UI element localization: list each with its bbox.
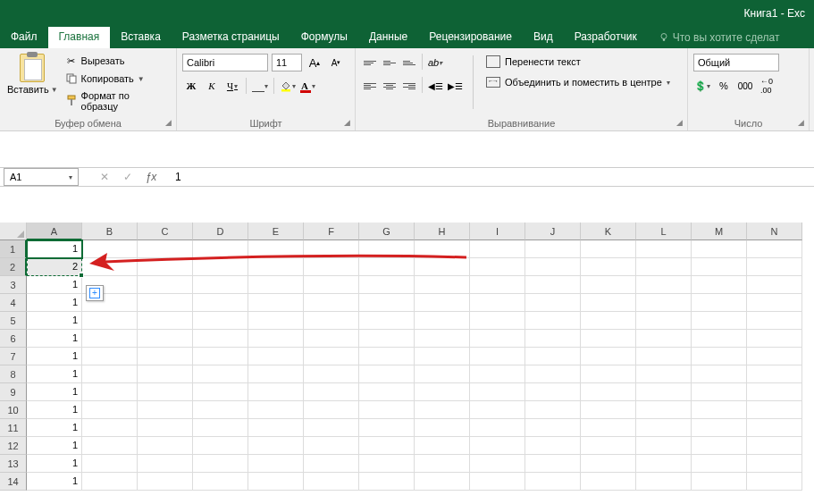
column-header-D[interactable]: D [193,223,248,240]
cell-C8[interactable] [138,365,193,383]
cell-J13[interactable] [525,455,581,473]
cell-N3[interactable] [747,276,802,294]
cell-K4[interactable] [581,294,636,312]
column-header-E[interactable]: E [248,223,304,240]
cell-F1[interactable] [304,240,359,258]
row-header-10[interactable]: 10 [0,401,27,419]
cell-L7[interactable] [636,348,692,365]
cell-E3[interactable] [248,276,304,294]
cell-L12[interactable] [636,437,692,455]
cell-E5[interactable] [248,312,304,330]
cell-D11[interactable] [193,419,248,437]
percent-button[interactable]: % [715,77,733,95]
bold-button[interactable]: Ж [182,77,200,95]
cell-C14[interactable] [138,473,193,491]
cell-F8[interactable] [304,365,359,383]
column-header-H[interactable]: H [415,223,470,240]
cell-N11[interactable] [747,419,802,437]
cell-I10[interactable] [470,401,525,419]
cell-M10[interactable] [692,401,747,419]
cell-G5[interactable] [359,312,415,330]
cell-N1[interactable] [747,240,802,258]
column-header-M[interactable]: M [692,223,747,240]
cell-G1[interactable] [359,240,415,258]
cell-M1[interactable] [692,240,747,258]
cell-M2[interactable] [692,258,747,276]
cell-E6[interactable] [248,330,304,348]
column-header-A[interactable]: A [27,223,82,240]
tab-data[interactable]: Данные [358,27,418,48]
cell-C1[interactable] [138,240,193,258]
cell-J8[interactable] [525,365,581,383]
cell-D6[interactable] [193,330,248,348]
orientation-button[interactable]: ab▾ [426,54,444,71]
cell-N12[interactable] [747,437,802,455]
tab-formulas[interactable]: Формулы [290,27,358,48]
tab-review[interactable]: Рецензирование [418,27,523,48]
cell-A3[interactable]: 1 [27,276,82,294]
cell-I14[interactable] [470,473,525,491]
cell-D5[interactable] [193,312,248,330]
align-center-button[interactable] [381,77,399,95]
cell-B6[interactable] [82,330,138,348]
format-painter-button[interactable]: Формат по образцу [63,89,171,113]
cell-N4[interactable] [747,294,802,312]
align-right-button[interactable] [400,77,418,95]
cell-G6[interactable] [359,330,415,348]
row-header-2[interactable]: 2 [0,258,27,276]
cell-J14[interactable] [525,473,581,491]
cell-D3[interactable] [193,276,248,294]
column-header-L[interactable]: L [636,223,692,240]
cell-F14[interactable] [304,473,359,491]
cell-G9[interactable] [359,383,415,401]
font-name-input[interactable] [182,54,268,71]
column-header-B[interactable]: B [82,223,138,240]
cell-B9[interactable] [82,383,138,401]
cell-B1[interactable] [82,240,138,258]
cell-K14[interactable] [581,473,636,491]
cell-G10[interactable] [359,401,415,419]
cell-F6[interactable] [304,330,359,348]
font-color-button[interactable]: A▾ [299,77,317,95]
cell-A7[interactable]: 1 [27,348,82,365]
cell-K2[interactable] [581,258,636,276]
row-header-4[interactable]: 4 [0,294,27,312]
fx-button[interactable]: ƒx [139,168,163,186]
cell-J5[interactable] [525,312,581,330]
cell-K13[interactable] [581,455,636,473]
alignment-launcher[interactable]: ◢ [673,116,685,129]
cell-A10[interactable]: 1 [27,401,82,419]
underline-button[interactable]: Ч▾ [223,77,241,95]
cell-M5[interactable] [692,312,747,330]
cell-K12[interactable] [581,437,636,455]
cell-B13[interactable] [82,455,138,473]
cell-D9[interactable] [193,383,248,401]
cell-M11[interactable] [692,419,747,437]
align-bottom-button[interactable] [400,54,418,71]
increase-font-button[interactable]: A▴ [306,54,323,71]
decrease-font-button[interactable]: A▾ [327,54,345,71]
cell-K8[interactable] [581,365,636,383]
increase-indent-button[interactable]: ▶☰ [446,77,464,95]
cell-E1[interactable] [248,240,304,258]
autofill-options-button[interactable] [86,285,104,301]
cell-E2[interactable] [248,258,304,276]
cell-K9[interactable] [581,383,636,401]
cell-F9[interactable] [304,383,359,401]
align-top-button[interactable] [361,54,379,71]
cell-I1[interactable] [470,240,525,258]
cell-J2[interactable] [525,258,581,276]
cell-A9[interactable]: 1 [27,383,82,401]
tell-me[interactable]: Что вы хотите сделат [648,27,791,48]
cell-L14[interactable] [636,473,692,491]
cell-I12[interactable] [470,437,525,455]
cell-C4[interactable] [138,294,193,312]
column-header-N[interactable]: N [747,223,802,240]
cell-H2[interactable] [415,258,470,276]
cell-B7[interactable] [82,348,138,365]
name-box[interactable]: A1 ▾ [4,168,79,186]
cell-A8[interactable]: 1 [27,365,82,383]
decrease-indent-button[interactable]: ◀☰ [426,77,444,95]
cell-L13[interactable] [636,455,692,473]
cell-N8[interactable] [747,365,802,383]
